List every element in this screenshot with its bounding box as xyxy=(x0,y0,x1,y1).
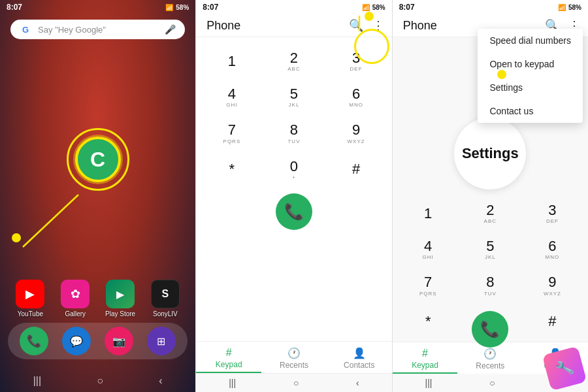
key-5[interactable]: 5JKL xyxy=(263,80,324,114)
key-4[interactable]: 4GHI xyxy=(201,80,262,114)
p3-call-row: 📞 xyxy=(393,311,588,348)
nav-recent[interactable]: ||| xyxy=(33,375,41,387)
dock-phone[interactable]: 📞 xyxy=(16,327,52,355)
p3-recents-tab-icon: 🕐 xyxy=(483,348,497,360)
key-1[interactable]: 1 xyxy=(201,44,262,78)
key-main-label: 7 xyxy=(228,122,236,138)
p2-call-button[interactable]: 📞 xyxy=(276,193,312,230)
dropdown-contact-us[interactable]: Contact us xyxy=(478,99,583,123)
dock-area: ▶ YouTube ✿ Gallery ▶ Play Store S xyxy=(0,274,195,370)
dock-camera-icon: 📷 xyxy=(105,327,133,355)
search-hint: Say "Hey Google" xyxy=(38,25,158,35)
key-4[interactable]: 4GHI xyxy=(398,232,459,267)
p2-nav-home[interactable]: ○ xyxy=(293,378,299,388)
sonyliv-label: SonyLIV xyxy=(153,310,178,318)
nav-home[interactable]: ○ xyxy=(97,375,103,387)
settings-highlight-circle: Settings xyxy=(454,118,526,189)
phone-app-panel-keypad: 8:07 📶 58% Phone 🔍 ⋮ 12ABC3DEF4GHI5JKL6M… xyxy=(196,0,392,392)
corner-tool-icon: 🔧 xyxy=(546,350,583,387)
key-sub-label: ABC xyxy=(484,218,497,224)
dropdown-speed-dial[interactable]: Speed dial numbers xyxy=(478,29,583,52)
dock-row: 📞 💬 📷 ⊞ xyxy=(8,323,188,359)
key-2[interactable]: 2ABC xyxy=(263,44,324,78)
key-sub-label: GHI xyxy=(423,254,434,260)
tab-recents[interactable]: 🕐 Recents xyxy=(261,342,327,373)
key-7[interactable]: 7PQRS xyxy=(201,116,262,150)
p2-nav-back[interactable]: ‹ xyxy=(356,378,359,388)
dock-camera[interactable]: 📷 xyxy=(101,327,137,355)
nav-back[interactable]: ‹ xyxy=(159,375,162,387)
key-main-label: 1 xyxy=(228,54,236,69)
dock-calc[interactable]: ⊞ xyxy=(143,327,180,355)
key-3[interactable]: 3DEF xyxy=(326,44,387,78)
phone-app-icon[interactable]: C xyxy=(75,137,121,182)
key-main-label: # xyxy=(352,161,360,177)
playstore-icon: ▶ xyxy=(106,280,135,308)
p2-nav-recent[interactable]: ||| xyxy=(229,378,236,388)
key-sub-label: TUV xyxy=(287,139,300,144)
tab-keypad[interactable]: # Keypad xyxy=(196,342,261,373)
google-search-bar[interactable]: G Say "Hey Google" 🎤 xyxy=(10,20,185,39)
key-main-label: 3 xyxy=(548,203,556,218)
dropdown-open-keypad[interactable]: Open to keypad xyxy=(478,52,583,76)
key-2[interactable]: 2ABC xyxy=(460,196,521,231)
key-5[interactable]: 5JKL xyxy=(460,232,521,267)
corner-tool-inner: 🔧 xyxy=(542,346,587,391)
key-9[interactable]: 9WXYZ xyxy=(326,116,387,150)
youtube-label: YouTube xyxy=(18,310,43,318)
key-main-label: * xyxy=(229,161,235,177)
key-#[interactable]: # xyxy=(326,152,387,187)
p3-status-bar: 8:07 📶 58% xyxy=(393,0,588,14)
home-screen-content: C xyxy=(0,44,195,274)
key-sub-label: GHI xyxy=(226,102,237,108)
p2-keypad-grid: 12ABC3DEF4GHI5JKL6MNO7PQRS8TUV9WXYZ*0+# xyxy=(196,44,391,187)
key-7[interactable]: 7PQRS xyxy=(398,268,459,302)
p3-nav-recent[interactable]: ||| xyxy=(425,378,433,388)
key-6[interactable]: 6MNO xyxy=(522,232,583,267)
app-icon-sonyliv[interactable]: S SonyLIV xyxy=(147,280,184,318)
key-main-label: 6 xyxy=(352,86,360,102)
app-icon-playstore[interactable]: ▶ Play Store xyxy=(102,280,139,318)
key-8[interactable]: 8TUV xyxy=(460,268,521,302)
app-icon-gallery[interactable]: ✿ Gallery xyxy=(57,280,93,318)
dropdown-settings[interactable]: Settings xyxy=(478,76,583,99)
sonyliv-icon: S xyxy=(151,280,180,308)
key-9[interactable]: 9WXYZ xyxy=(522,268,583,302)
key-6[interactable]: 6MNO xyxy=(326,80,387,114)
gallery-icon: ✿ xyxy=(61,280,90,308)
more-menu-button[interactable]: ⋮ xyxy=(372,18,384,33)
p3-nav-home[interactable]: ○ xyxy=(489,378,495,388)
dock-messages[interactable]: 💬 xyxy=(58,327,95,355)
key-3[interactable]: 3DEF xyxy=(522,196,583,231)
key-sub-label: + xyxy=(292,174,296,180)
key-8[interactable]: 8TUV xyxy=(263,116,324,150)
key-sub-label: JKL xyxy=(485,254,496,260)
key-main-label: 6 xyxy=(548,238,556,254)
p2-header-icons: 🔍 ⋮ xyxy=(349,18,384,33)
contacts-tab-label: Contacts xyxy=(344,361,374,370)
svg-line-0 xyxy=(23,195,78,247)
tab-contacts[interactable]: 👤 Contacts xyxy=(327,342,392,373)
search-button[interactable]: 🔍 xyxy=(349,18,363,33)
dock-phone-icon: 📞 xyxy=(20,327,48,355)
p2-signal-icon: 📶 xyxy=(362,4,370,11)
signal-icon: 📶 xyxy=(165,4,173,11)
key-1[interactable]: 1 xyxy=(398,196,459,231)
app-icon-youtube[interactable]: ▶ YouTube xyxy=(12,280,48,318)
phone-app-panel-settings: 8:07 📶 58% Phone 🔍 ⋮ Speed dial numbers … xyxy=(393,0,588,392)
key-main-label: 5 xyxy=(486,238,494,254)
annotation-dot-home xyxy=(12,233,21,242)
key-sub-label: MNO xyxy=(546,254,560,260)
key-*[interactable]: * xyxy=(201,152,262,187)
p3-status-time: 8:07 xyxy=(399,3,415,12)
key-0[interactable]: 0+ xyxy=(263,152,324,187)
keypad-tab-icon: # xyxy=(226,347,232,359)
key-sub-label: JKL xyxy=(289,102,300,108)
status-time: 8:07 xyxy=(7,3,22,12)
key-main-label: 4 xyxy=(228,86,236,102)
mic-icon[interactable]: 🎤 xyxy=(165,24,176,35)
p3-call-button[interactable]: 📞 xyxy=(472,311,508,348)
youtube-icon: ▶ xyxy=(16,280,44,308)
playstore-label: Play Store xyxy=(105,310,135,318)
key-sub-label: DEF xyxy=(350,66,363,72)
